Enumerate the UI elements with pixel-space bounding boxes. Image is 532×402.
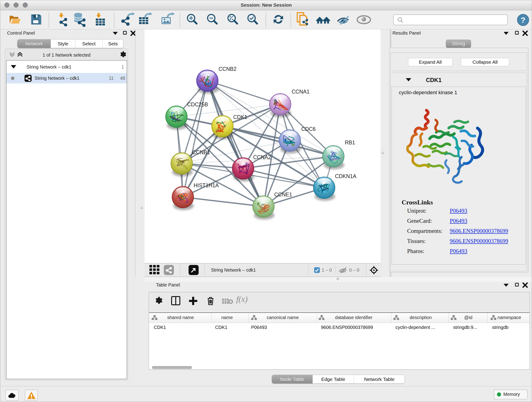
svg-text:CCNA1: CCNA1 <box>292 89 310 95</box>
svg-text:CDK1: CDK1 <box>233 114 247 120</box>
svg-text:CCNB2: CCNB2 <box>219 66 236 72</box>
svg-text:CDC25B: CDC25B <box>187 102 208 108</box>
svg-text:CCNA2: CCNA2 <box>253 154 271 160</box>
svg-text:RB1: RB1 <box>345 140 355 146</box>
svg-text:CCNB1: CCNB1 <box>192 149 210 155</box>
svg-text:CCNE1: CCNE1 <box>274 191 292 198</box>
svg-text:CDC6: CDC6 <box>301 126 316 132</box>
svg-text:HIST1H1A: HIST1H1A <box>194 182 219 188</box>
svg-text:CDKN1A: CDKN1A <box>335 173 356 179</box>
